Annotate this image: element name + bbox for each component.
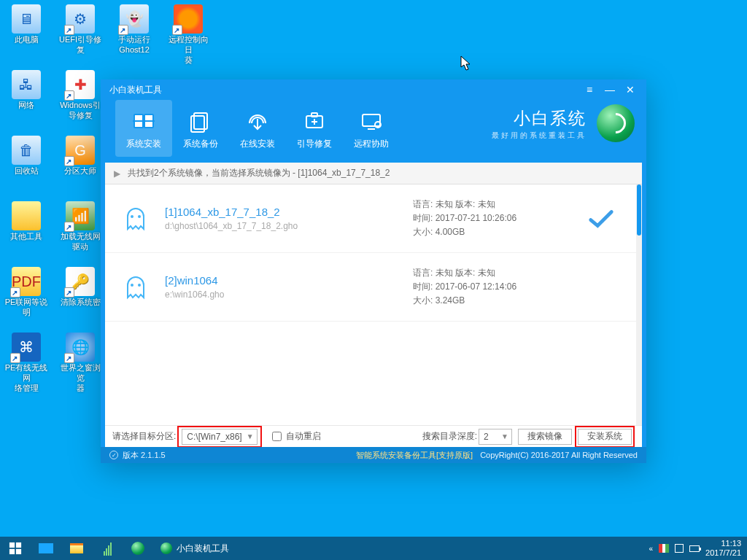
desktop-icon-label: UEFI引导修复 xyxy=(57,34,104,55)
auto-reboot-label: 自动重启 xyxy=(286,430,321,443)
image-item[interactable]: [1]1064_xb_17_7_18_2d:\ghost\1064_xb_17_… xyxy=(105,184,636,253)
image-lang: 语言: 未知 版本: 未知 xyxy=(413,198,581,211)
taskbar-running-app[interactable]: 小白装机工具 xyxy=(153,537,236,560)
brand-secondary: 最好用的系统重装工具 xyxy=(492,131,587,141)
window-title: 小白装机工具 xyxy=(109,84,162,96)
chevron-right-icon: ▶ xyxy=(114,168,120,179)
image-item[interactable]: [2]win1064e:\win1064.gho语言: 未知 版本: 未知时间:… xyxy=(105,253,636,322)
tab-online[interactable]: 在线安装 xyxy=(229,100,286,157)
desktop-icon-recyclebin[interactable]: 🗑回收站 xyxy=(3,136,50,176)
product-label: 智能系统安装备份工具[支持原版] xyxy=(356,450,473,461)
search-image-button[interactable]: 搜索镜像 xyxy=(518,429,572,445)
menu-button[interactable]: ≡ xyxy=(579,79,600,100)
antenna-icon: 📶 xyxy=(66,201,95,230)
ghost-icon xyxy=(120,203,152,235)
desktop-icon-pdfhelp[interactable]: PDFPE联网等说明 xyxy=(3,267,50,317)
version-label: 版本 2.1.1.5 xyxy=(123,450,166,461)
image-path: d:\ghost\1064_xb_17_7_18_2.gho xyxy=(165,221,413,231)
tab-remote[interactable]: 远程协助 xyxy=(343,100,400,157)
tray-battery-icon[interactable] xyxy=(689,545,700,552)
image-title: [2]win1064 xyxy=(165,274,413,287)
infobar-text: 共找到2个系统镜像，当前选择系统镜像为 - [1]1064_xb_17_7_18… xyxy=(128,167,390,179)
sunflower-icon xyxy=(174,4,203,34)
desktop-icon-clearpwd[interactable]: 🔑清除系统密 xyxy=(57,267,104,307)
desktop-icon-browser[interactable]: 🌐世界之窗浏览器 xyxy=(57,332,104,393)
tray-flag-icon[interactable] xyxy=(659,544,669,553)
depth-select[interactable]: 2 ▼ xyxy=(479,429,512,445)
taskbar-taskview[interactable] xyxy=(31,537,61,560)
titlebar: 小白装机工具 ≡ — ✕ xyxy=(101,79,646,100)
image-title: [1]1064_xb_17_7_18_2 xyxy=(165,206,413,218)
tab-bootfix[interactable]: 引导修复 xyxy=(286,100,343,157)
close-button[interactable]: ✕ xyxy=(620,79,640,100)
svg-point-15 xyxy=(131,284,133,287)
ghost-icon xyxy=(120,271,152,303)
toolbar: 系统安装系统备份在线安装引导修复远程协助 小白系统 最好用的系统重装工具 xyxy=(101,100,646,161)
svg-rect-7 xyxy=(311,113,317,117)
brand-text: 小白系统 最好用的系统重装工具 xyxy=(492,100,587,141)
image-lang: 语言: 未知 版本: 未知 xyxy=(413,266,581,280)
desktop-icon-othertools[interactable]: 其他工具 xyxy=(3,201,50,241)
minimize-button[interactable]: — xyxy=(600,79,620,100)
desktop-icon-label: Widnows引导修复 xyxy=(60,100,101,120)
globe-icon: 🌐 xyxy=(66,332,95,362)
brand-primary: 小白系统 xyxy=(514,107,587,130)
content-scrollbar[interactable] xyxy=(636,184,642,428)
infobar: ▶ 共找到2个系统镜像，当前选择系统镜像为 - [1]1064_xb_17_7_… xyxy=(105,163,642,184)
desktop-icon-label: 网络 xyxy=(18,100,34,110)
desktop-icon-diskmaster[interactable]: G分区大师 xyxy=(57,136,104,176)
image-path: e:\win1064.gho xyxy=(165,289,413,300)
tab-backup[interactable]: 系统备份 xyxy=(172,100,229,157)
bottom-bar: 请选择目标分区: C:\[Win7_x86] ▼ 自动重启 搜索目录深度: 2 … xyxy=(105,425,642,447)
brand-logo xyxy=(597,104,635,142)
desktop-icon-wifidriver[interactable]: 📶加载无线网驱动 xyxy=(57,201,104,252)
desktop-icon-sunflower[interactable]: 远程控制向日葵 xyxy=(165,4,212,65)
svg-rect-18 xyxy=(16,542,21,548)
svg-point-13 xyxy=(131,215,133,218)
svg-rect-19 xyxy=(9,549,15,554)
desktop-icon-label: PE有线无线网络管理 xyxy=(3,362,50,393)
image-selected-check xyxy=(581,208,622,230)
tab-install[interactable]: 系统安装 xyxy=(115,100,172,157)
desktop-icon-label: 回收站 xyxy=(15,166,39,176)
disk-icon: G xyxy=(66,136,95,165)
desktop-icon-label: 清除系统密 xyxy=(61,297,101,307)
desktop-icon-ghost[interactable]: 👻手动运行Ghost12 xyxy=(111,4,158,55)
image-list: [1]1064_xb_17_7_18_2d:\ghost\1064_xb_17_… xyxy=(105,184,636,428)
desktop-icon-uefi[interactable]: ⚙UEFI引导修复 xyxy=(57,4,104,55)
taskbar-explorer[interactable] xyxy=(61,537,92,560)
tray-chevron-icon[interactable]: « xyxy=(649,545,654,553)
check-icon: ✓ xyxy=(109,451,118,459)
network-icon: 🖧 xyxy=(12,70,41,99)
svg-rect-10 xyxy=(363,114,380,126)
lan-icon: ⌘ xyxy=(12,332,41,362)
desktop-icon-lan[interactable]: ⌘PE有线无线网络管理 xyxy=(3,332,50,393)
desktop-icon-winboot[interactable]: ✚Widnows引导修复 xyxy=(57,70,104,120)
image-time: 时间: 2017-06-07 12:14:06 xyxy=(413,280,581,294)
tab-label: 系统备份 xyxy=(183,138,218,150)
auto-reboot-checkbox[interactable] xyxy=(272,432,282,441)
taskbar: 小白装机工具 « 11:13 2017/7/21 xyxy=(0,537,747,560)
uefi-icon: ⚙ xyxy=(66,4,95,34)
desktop-icon-label: 手动运行Ghost12 xyxy=(118,34,150,55)
tab-label: 远程协助 xyxy=(354,138,389,150)
desktop-icon-mycomputer[interactable]: 🖥此电脑 xyxy=(3,4,50,44)
app-window: 小白装机工具 ≡ — ✕ 系统安装系统备份在线安装引导修复远程协助 小白系统 最… xyxy=(101,79,646,463)
caret-down-icon: ▼ xyxy=(501,432,508,440)
desktop-icon-network[interactable]: 🖧网络 xyxy=(3,70,50,110)
tray-pc-icon[interactable] xyxy=(675,544,684,553)
taskbar-signal-icon[interactable] xyxy=(92,537,123,560)
svg-point-14 xyxy=(138,215,141,218)
partition-label: 请选择目标分区: xyxy=(112,430,176,443)
start-button[interactable] xyxy=(0,537,31,560)
key-icon: 🔑 xyxy=(66,267,95,296)
firstaid-icon: ✚ xyxy=(66,70,95,99)
tray-clock[interactable]: 11:13 2017/7/21 xyxy=(705,539,741,558)
tab-label: 在线安装 xyxy=(240,138,275,150)
svg-point-16 xyxy=(138,284,141,287)
svg-rect-20 xyxy=(16,549,21,554)
copyright-label: CopyRight(C) 2016-2017 All Right Reserve… xyxy=(480,451,638,459)
taskbar-app-icon[interactable] xyxy=(123,537,153,560)
install-system-button[interactable]: 安装系统 xyxy=(578,429,632,445)
partition-select[interactable]: C:\[Win7_x86] ▼ xyxy=(182,429,257,445)
